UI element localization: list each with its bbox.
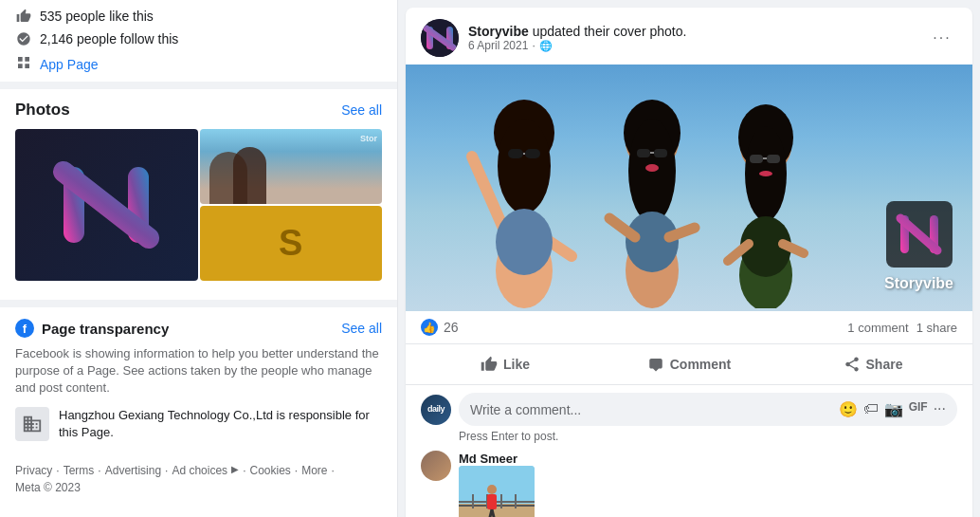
woman-2-figure bbox=[595, 81, 709, 308]
footer-advertising[interactable]: Advertising bbox=[105, 464, 161, 477]
likes-count: 535 people like this bbox=[40, 9, 154, 24]
followers-count: 2,146 people follow this bbox=[40, 31, 178, 46]
comment-placeholder: Write a comment... bbox=[470, 402, 581, 417]
svg-point-47 bbox=[487, 485, 497, 494]
building-icon bbox=[15, 407, 49, 441]
reactions-count[interactable]: 26 bbox=[444, 320, 459, 335]
svg-point-34 bbox=[759, 171, 772, 176]
brand-n-logo bbox=[896, 211, 943, 258]
like-button-icon bbox=[481, 356, 498, 373]
followers-stat-row: 2,146 people follow this bbox=[15, 30, 382, 47]
likes-stat-row: 535 people like this bbox=[15, 8, 382, 25]
comment-content: Md Smeer bbox=[459, 451, 957, 517]
responsible-text: Hangzhou Gexiang Technology Co.,Ltd is r… bbox=[59, 407, 382, 441]
storyvibe-n-logo bbox=[49, 148, 163, 262]
thumbs-up-icon bbox=[15, 8, 32, 25]
like-reaction-icon: 👍 bbox=[421, 319, 438, 336]
comment-area: daily Write a comment... 🙂 🏷 📷 GIF ··· P… bbox=[406, 385, 972, 517]
storyvibe-brand-overlay: Storyvibe bbox=[884, 201, 953, 292]
facebook-icon: f bbox=[15, 319, 34, 338]
photos-see-all[interactable]: See all bbox=[341, 102, 382, 118]
like-label: Like bbox=[503, 357, 530, 372]
s-letter: S bbox=[279, 223, 302, 264]
photos-section: Photos See all bbox=[0, 89, 397, 292]
footer-more[interactable]: More bbox=[301, 464, 327, 477]
share-label: Share bbox=[866, 357, 903, 372]
left-panel: 535 people like this 2,146 people follow… bbox=[0, 0, 398, 517]
reactions-right: 1 comment 1 share bbox=[847, 321, 957, 335]
responsible-row: Hangzhou Gexiang Technology Co.,Ltd is r… bbox=[15, 407, 382, 441]
footer-privacy[interactable]: Privacy bbox=[15, 464, 52, 477]
check-circle-icon bbox=[15, 30, 32, 47]
reactions-row: 👍 26 1 comment 1 share bbox=[406, 311, 972, 344]
emoji-icon[interactable]: 🙂 bbox=[839, 400, 858, 418]
share-button[interactable]: Share bbox=[781, 348, 965, 380]
shares-count[interactable]: 1 share bbox=[916, 321, 957, 335]
svg-rect-12 bbox=[508, 149, 523, 158]
like-button[interactable]: Like bbox=[413, 348, 597, 380]
current-user-avatar: daily bbox=[421, 395, 451, 425]
page-avatar-logo bbox=[421, 19, 459, 57]
cover-photo-background: Storyvibe bbox=[406, 65, 972, 311]
comment-input-box[interactable]: Write a comment... 🙂 🏷 📷 GIF ··· bbox=[459, 393, 957, 426]
grid-icon bbox=[15, 54, 32, 71]
photo-icon[interactable]: 📷 bbox=[884, 400, 903, 418]
photos-grid: Stor S bbox=[15, 129, 382, 281]
transparency-header: f Page transparency See all bbox=[15, 319, 382, 338]
globe-icon bbox=[539, 39, 553, 52]
photos-title: Photos bbox=[15, 101, 70, 120]
share-button-icon bbox=[844, 356, 861, 373]
transparency-description: Facebook is showing information to help … bbox=[15, 345, 382, 397]
commenter-avatar[interactable] bbox=[421, 451, 451, 481]
comment-input-row: daily Write a comment... 🙂 🏷 📷 GIF ··· bbox=[421, 393, 957, 426]
post-card: Storyvibe updated their cover photo. 6 A… bbox=[406, 8, 972, 517]
transparency-see-all[interactable]: See all bbox=[341, 321, 382, 336]
footer-cookies[interactable]: Cookies bbox=[249, 464, 290, 477]
photo-large[interactable] bbox=[15, 129, 198, 281]
press-enter-hint: Press Enter to post. bbox=[459, 430, 957, 443]
svg-point-8 bbox=[498, 119, 551, 213]
photos-header: Photos See all bbox=[15, 101, 382, 120]
stats-section: 535 people like this 2,146 people follow… bbox=[0, 0, 397, 89]
svg-rect-20 bbox=[637, 149, 650, 157]
post-page-name[interactable]: Storyvibe updated their cover photo. bbox=[468, 24, 686, 39]
page-avatar[interactable] bbox=[421, 19, 459, 57]
post-date: 6 April 2021 · bbox=[468, 39, 686, 52]
brand-name-text: Storyvibe bbox=[884, 275, 953, 292]
svg-point-23 bbox=[645, 164, 659, 172]
photo-small-bottom[interactable]: S bbox=[200, 206, 383, 281]
brand-logo-box bbox=[886, 201, 953, 268]
comment-icons: 🙂 🏷 📷 GIF ··· bbox=[839, 400, 946, 418]
transparency-section: f Page transparency See all Facebook is … bbox=[0, 300, 397, 452]
footer-ad-choices[interactable]: Ad choices bbox=[172, 464, 227, 477]
comment-image-svg bbox=[459, 466, 535, 517]
footer-terms[interactable]: Terms bbox=[64, 464, 95, 477]
gif-icon[interactable]: GIF bbox=[909, 400, 928, 418]
comment-label: Comment bbox=[670, 357, 732, 372]
svg-rect-48 bbox=[487, 494, 497, 509]
woman-1-figure bbox=[463, 81, 586, 308]
post-more-button[interactable]: ··· bbox=[927, 23, 957, 53]
svg-rect-21 bbox=[654, 149, 667, 157]
app-page-row: App Page bbox=[15, 53, 382, 72]
svg-rect-13 bbox=[525, 149, 540, 158]
reactions-left: 👍 26 bbox=[421, 319, 459, 336]
comments-count[interactable]: 1 comment bbox=[847, 321, 908, 335]
right-panel: Storyvibe updated their cover photo. 6 A… bbox=[398, 0, 980, 517]
svg-point-11 bbox=[496, 209, 553, 275]
footer-meta-copyright: Meta © 2023 bbox=[15, 481, 81, 494]
more-emoji-icon[interactable]: ··· bbox=[934, 400, 946, 418]
comment-author-name[interactable]: Md Smeer bbox=[459, 452, 517, 466]
post-meta: Storyvibe updated their cover photo. 6 A… bbox=[468, 24, 686, 52]
storyvibe-logo-bg bbox=[15, 129, 198, 281]
app-page-link[interactable]: App Page bbox=[40, 57, 99, 72]
comment-button[interactable]: Comment bbox=[597, 348, 781, 380]
footer: Privacy · Terms · Advertising · Ad choic… bbox=[0, 452, 397, 506]
sticker-icon[interactable]: 🏷 bbox=[863, 400, 879, 418]
transparency-title-row: f Page transparency bbox=[15, 319, 169, 338]
comment-image[interactable] bbox=[459, 466, 535, 517]
photo-small-top[interactable]: Stor bbox=[200, 129, 383, 204]
svg-rect-31 bbox=[750, 155, 763, 163]
transparency-title: Page transparency bbox=[42, 321, 169, 337]
post-header-left: Storyvibe updated their cover photo. 6 A… bbox=[421, 19, 686, 57]
